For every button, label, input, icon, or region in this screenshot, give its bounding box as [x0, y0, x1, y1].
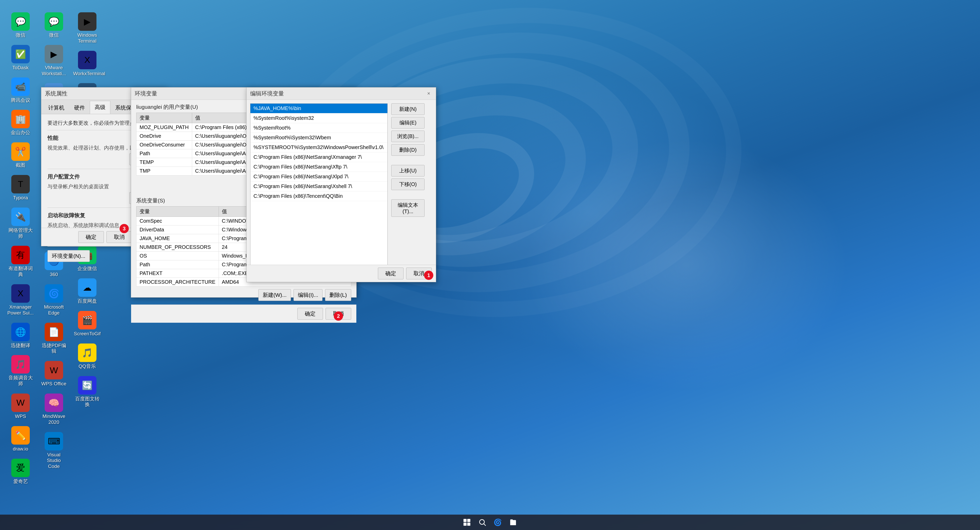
path-list-item[interactable]: C:\Program Files (x86)\Tencent\QQ\Bin	[250, 191, 387, 201]
desktop-icon-todask[interactable]: ✅ ToDask	[5, 43, 36, 73]
path-list-item[interactable]: C:\Program Files (x86)\NetSarang\Xmanage…	[250, 153, 387, 162]
desktop-icon-winterm[interactable]: ▶ Windows Terminal	[72, 10, 103, 46]
edit-path-window: 编辑环境变量 × %JAVA_HOME%\bin%SystemRoot%\sys…	[246, 87, 436, 282]
edit-path-badge: 1	[424, 271, 433, 280]
desktop-icon-label-mindwave: MindWave 2020	[41, 414, 67, 425]
desktop-icon-xmanager[interactable]: X Xmanager Power Sui...	[5, 282, 36, 318]
desktop-icon-workxterm[interactable]: X WorkxTerminal	[72, 49, 103, 79]
path-new-button[interactable]: 新建(N)	[391, 103, 425, 115]
desktop-icon-pdf[interactable]: 📄 迅捷PDF编辑	[38, 321, 69, 357]
desktop-icon-company[interactable]: 🏢 金山办公	[5, 108, 36, 138]
taskbar-explorer[interactable]	[506, 516, 520, 528]
path-list-item[interactable]: %SYSTEMROOT%\System32\WindowsPowerShell\…	[250, 143, 387, 153]
desktop-icon-screenshot[interactable]: ✂️ 截图	[5, 140, 36, 170]
edit-path-bottom-buttons: 确定 取消 1	[247, 265, 436, 282]
desktop-icon-label-typora: Typora	[13, 195, 28, 201]
desktop-icon-img-wps: W	[11, 393, 30, 412]
path-edit-button[interactable]: 编辑(E)	[391, 117, 425, 129]
desktop-icon-wechat-desktop[interactable]: 💬 微信	[5, 10, 36, 40]
desktop-icon-qqmusic[interactable]: 🎵 QQ音乐	[72, 341, 103, 371]
edit-path-close-button[interactable]: ×	[425, 90, 432, 97]
svg-rect-3	[467, 522, 470, 526]
desktop-icon-baidu-convert[interactable]: 🔄 百度图文转换	[72, 374, 103, 410]
path-move-up-button[interactable]: 上移(U)	[391, 165, 425, 177]
tab-computer[interactable]: 计算机	[43, 101, 69, 114]
path-browse-button[interactable]: 浏览(B)...	[391, 131, 425, 142]
path-list-item[interactable]: C:\Program Files (x86)\NetSarang\Xshell …	[250, 181, 387, 191]
taskbar-edge[interactable]: 🌀	[491, 516, 504, 528]
env-vars-ok-button[interactable]: 确定	[298, 308, 323, 320]
desktop-icon-drawio[interactable]: ✏️ draw.io	[5, 424, 36, 454]
sys-props-ok-button[interactable]: 确定	[78, 231, 104, 243]
desktop-icon-label-company: 金山办公	[11, 130, 30, 136]
desktop-icon-deepl[interactable]: 🌐 迅捷翻译	[5, 321, 36, 351]
sys-new-button[interactable]: 新建(W)...	[258, 289, 291, 301]
desktop-icon-label-tencent-meeting: 腾讯会议	[11, 97, 30, 103]
desktop-icon-img-drawio: ✏️	[11, 426, 30, 444]
desktop-icon-img-qqmusic: 🎵	[78, 344, 97, 362]
desktop-icon-wps[interactable]: W WPS	[5, 392, 36, 422]
env-vars-bottom-buttons: 确定 取消 2	[131, 304, 356, 323]
sys-var-name: JAVA_HOME	[137, 234, 219, 243]
sys-edit-button[interactable]: 编辑(I)...	[293, 289, 323, 301]
desktop-icon-img-wechat-desktop: 💬	[11, 12, 30, 31]
path-list-item[interactable]: %SystemRoot%\system32	[250, 113, 387, 123]
desktop-icon-label-wps-office: WPS Office	[41, 381, 67, 387]
path-list-item[interactable]: C:\Program Files (x86)\NetSarang\Xftp 7\	[250, 162, 387, 172]
path-list-item[interactable]: C:\Program Files (x86)\NetSarang\Xlpd 7\	[250, 172, 387, 181]
desktop-icon-label-winterm: Windows Terminal	[74, 32, 100, 44]
sys-props-cancel-button[interactable]: 取消	[107, 231, 132, 243]
desktop-icon-mindwave[interactable]: 🧠 MindWave 2020	[38, 392, 69, 427]
path-move-down-button[interactable]: 下移(O)	[391, 178, 425, 190]
desktop-icon-label-screenshot: 截图	[16, 162, 25, 168]
desktop-icon-audio-wizard[interactable]: 🎵 音频调音大师	[5, 353, 36, 389]
desktop-icon-img-mindwave: 🧠	[45, 393, 63, 412]
sys-var-name: DriverData	[137, 226, 219, 234]
svg-rect-2	[464, 522, 467, 526]
desktop-icon-label-wechat-desktop: 微信	[16, 32, 25, 38]
path-list-item[interactable]: %SystemRoot%\System32\Wbem	[250, 133, 387, 143]
desktop-icon-img-audio-wizard: 🎵	[11, 355, 30, 374]
desktop-icon-label-vmware: VMware Workstati...	[41, 65, 67, 77]
desktop-icon-youdao[interactable]: 有 有道翻译词典	[5, 244, 36, 280]
desktop-icon-img-company: 🏢	[11, 110, 30, 128]
desktop-icon-vscode[interactable]: ⌨ Visual Studio Code	[38, 430, 69, 471]
user-var-header: 变量	[137, 113, 192, 123]
env-vars-button[interactable]: 环境变量(N)...	[48, 250, 90, 262]
desktop-icon-iiqiyi[interactable]: 爱 爱奇艺	[5, 457, 36, 487]
desktop-icon-typora[interactable]: T Typora	[5, 173, 36, 203]
desktop-icon-label-deepl: 迅捷翻译	[11, 343, 30, 349]
sys-var-name: Path	[137, 260, 219, 269]
desktop-icon-screentogif[interactable]: 🎬 ScreenToGif	[72, 309, 103, 339]
edit-path-ok-button[interactable]: 确定	[378, 267, 404, 279]
path-list-item[interactable]: %JAVA_HOME%\bin	[250, 103, 387, 113]
desktop-icon-img-netease: ☁	[78, 279, 97, 297]
path-delete-button[interactable]: 删除(D)	[391, 144, 425, 156]
sys-delete-button[interactable]: 删除(L)	[325, 289, 351, 301]
taskbar-start[interactable]	[460, 516, 474, 528]
taskbar-search[interactable]	[476, 516, 489, 528]
user-var-name: MOZ_PLUGIN_PATH	[137, 123, 192, 132]
tab-advanced[interactable]: 高级	[90, 101, 110, 114]
desktop-icon-img-microsoft-edge: 🌀	[45, 284, 63, 303]
desktop-icon-label-xmanager: Xmanager Power Sui...	[7, 304, 34, 316]
desktop-icon-netease[interactable]: ☁ 百度网盘	[72, 276, 103, 306]
desktop-icon-wechat2[interactable]: 💬 微信	[38, 10, 69, 40]
sys-var-name: PATHEXT	[137, 269, 219, 278]
desktop-icon-microsoft-edge[interactable]: 🌀 Microsoft Edge	[38, 282, 69, 318]
sys-var-name: NUMBER_OF_PROCESSORS	[137, 243, 219, 251]
desktop-icon-wps-office[interactable]: W WPS Office	[38, 359, 69, 389]
env-vars-badge: 2	[334, 312, 343, 321]
desktop-icon-img-network-manager: 🔌	[11, 207, 30, 226]
path-list-item[interactable]: %SystemRoot%	[250, 123, 387, 133]
tab-hardware[interactable]: 硬件	[69, 101, 90, 114]
path-edit-text-button[interactable]: 编辑文本(T)...	[391, 199, 425, 217]
desktop-icon-tencent-meeting[interactable]: 📹 腾讯会议	[5, 75, 36, 105]
desktop-icon-img-wps-office: W	[45, 361, 63, 379]
desktop-icon-label-qqmusic: QQ音乐	[78, 363, 96, 369]
user-var-name: OneDrive	[137, 132, 192, 140]
desktop-icon-img-baidu-convert: 🔄	[78, 376, 97, 395]
desktop-icon-img-xmanager: X	[11, 284, 30, 303]
desktop-icon-network-manager[interactable]: 🔌 网络管理大师	[5, 205, 36, 241]
desktop-icon-vmware[interactable]: ▶ VMware Workstati...	[38, 43, 69, 79]
